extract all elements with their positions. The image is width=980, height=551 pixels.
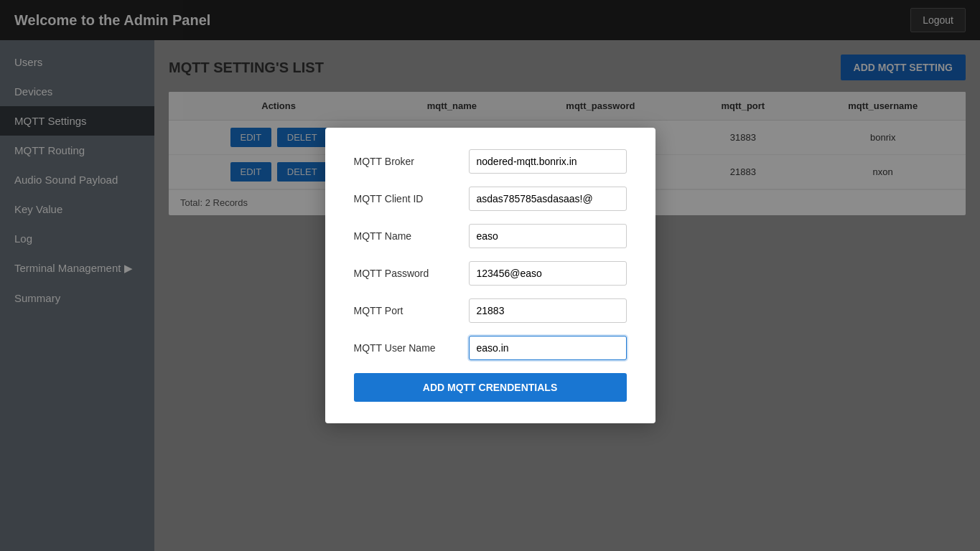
form-row-mqtt-name: MQTT Name <box>354 224 627 248</box>
form-row-mqtt-client-id: MQTT Client ID <box>354 187 627 211</box>
input-mqtt-username[interactable] <box>469 336 627 360</box>
label-mqtt-port: MQTT Port <box>354 305 469 316</box>
form-row-mqtt-username: MQTT User Name <box>354 336 627 360</box>
label-mqtt-client-id: MQTT Client ID <box>354 193 469 204</box>
form-row-mqtt-port: MQTT Port <box>354 298 627 323</box>
input-mqtt-client-id[interactable] <box>469 187 627 211</box>
add-mqtt-credentials-button[interactable]: ADD MQTT CRENDENTIALS <box>354 373 627 402</box>
label-mqtt-username: MQTT User Name <box>354 342 469 354</box>
input-mqtt-name[interactable] <box>469 224 627 248</box>
label-mqtt-broker: MQTT Broker <box>354 156 469 167</box>
form-row-mqtt-password: MQTT Password <box>354 261 627 286</box>
input-mqtt-password[interactable] <box>469 261 627 286</box>
form-row-mqtt-broker: MQTT Broker <box>354 149 627 174</box>
modal-dialog: MQTT Broker MQTT Client ID MQTT Name MQT… <box>325 128 655 423</box>
label-mqtt-name: MQTT Name <box>354 230 469 242</box>
label-mqtt-password: MQTT Password <box>354 268 469 279</box>
modal-overlay[interactable]: MQTT Broker MQTT Client ID MQTT Name MQT… <box>0 0 980 551</box>
input-mqtt-port[interactable] <box>469 298 627 323</box>
input-mqtt-broker[interactable] <box>469 149 627 174</box>
